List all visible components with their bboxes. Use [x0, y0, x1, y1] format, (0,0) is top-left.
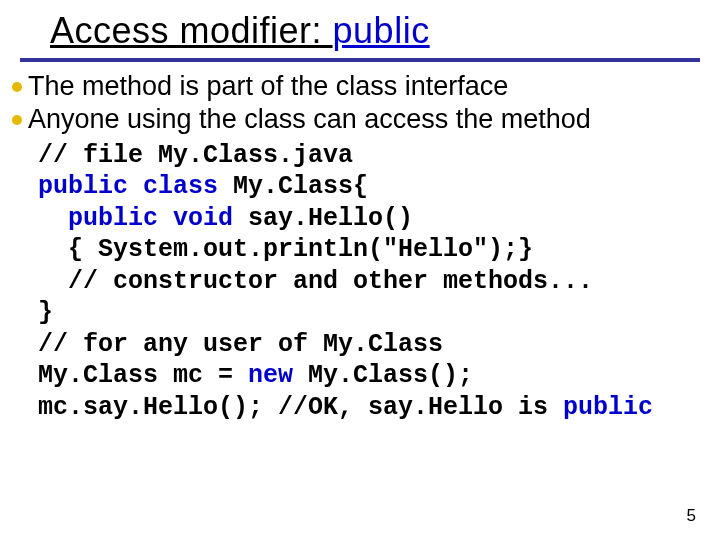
title-prefix: Access modifier: — [50, 10, 333, 51]
code-text: mc.say.Hello(); //OK, say.Hello is — [38, 393, 563, 422]
code-text — [158, 204, 173, 233]
bullet-text: The method is part of the class interfac… — [28, 70, 708, 103]
code-text — [128, 172, 143, 201]
bullet-icon — [12, 115, 22, 125]
slide: Access modifier: public The method is pa… — [0, 0, 720, 540]
bullet-list: The method is part of the class interfac… — [0, 64, 720, 136]
code-keyword: public — [68, 204, 158, 233]
code-text: My.Class(); — [293, 361, 473, 390]
code-block: // file My.Class.java public class My.Cl… — [0, 136, 720, 424]
title-rule — [20, 58, 700, 62]
code-text: My.Class mc = — [38, 361, 248, 390]
list-item: The method is part of the class interfac… — [12, 70, 708, 103]
code-keyword: class — [143, 172, 218, 201]
bullet-text: Anyone using the class can access the me… — [28, 103, 708, 136]
code-line: // for any user of My.Class — [38, 330, 443, 359]
code-line: } — [38, 298, 53, 327]
code-line: // constructor and other methods... — [38, 267, 593, 296]
title-keyword: public — [333, 10, 430, 51]
code-keyword: void — [173, 204, 233, 233]
code-keyword: new — [248, 361, 293, 390]
code-keyword: public — [563, 393, 653, 422]
code-line: // file My.Class.java — [38, 141, 353, 170]
code-text — [38, 204, 68, 233]
page-number: 5 — [687, 506, 696, 526]
list-item: Anyone using the class can access the me… — [12, 103, 708, 136]
code-text: say.Hello() — [233, 204, 413, 233]
code-line: { System.out.println("Hello");} — [38, 235, 533, 264]
code-text: My.Class{ — [218, 172, 368, 201]
bullet-icon — [12, 82, 22, 92]
slide-title: Access modifier: public — [0, 0, 720, 58]
code-keyword: public — [38, 172, 128, 201]
